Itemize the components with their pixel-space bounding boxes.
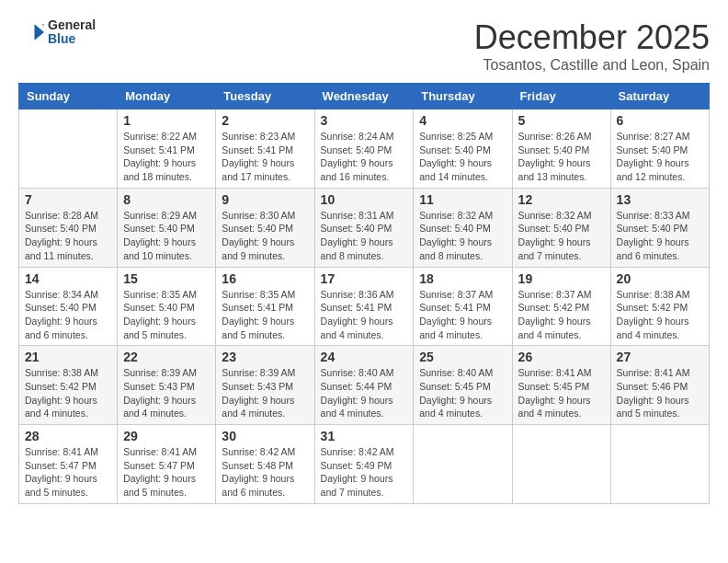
day-info: Sunrise: 8:37 AM Sunset: 5:41 PM Dayligh… <box>419 288 506 342</box>
logo-icon <box>18 19 44 45</box>
calendar-cell <box>512 425 610 504</box>
day-header-wednesday: Wednesday <box>314 84 414 109</box>
month-title: December 2025 <box>474 18 710 57</box>
day-number: 13 <box>617 192 703 207</box>
day-info: Sunrise: 8:31 AM Sunset: 5:40 PM Dayligh… <box>321 209 408 263</box>
day-info: Sunrise: 8:42 AM Sunset: 5:48 PM Dayligh… <box>222 445 308 500</box>
day-number: 8 <box>123 192 210 207</box>
calendar-cell: 26Sunrise: 8:41 AM Sunset: 5:45 PM Dayli… <box>512 346 610 425</box>
day-info: Sunrise: 8:37 AM Sunset: 5:42 PM Dayligh… <box>518 288 605 342</box>
calendar-cell: 21Sunrise: 8:38 AM Sunset: 5:42 PM Dayli… <box>19 346 118 425</box>
day-number: 28 <box>25 429 111 443</box>
calendar-cell: 8Sunrise: 8:29 AM Sunset: 5:40 PM Daylig… <box>118 188 216 267</box>
day-info: Sunrise: 8:41 AM Sunset: 5:45 PM Dayligh… <box>518 366 605 420</box>
calendar-cell: 12Sunrise: 8:32 AM Sunset: 5:40 PM Dayli… <box>512 188 610 267</box>
day-info: Sunrise: 8:39 AM Sunset: 5:43 PM Dayligh… <box>222 366 308 420</box>
day-number: 18 <box>419 271 506 286</box>
location-title: Tosantos, Castille and Leon, Spain <box>474 57 710 74</box>
calendar-cell: 2Sunrise: 8:23 AM Sunset: 5:41 PM Daylig… <box>216 109 314 189</box>
day-number: 20 <box>617 271 703 286</box>
day-info: Sunrise: 8:33 AM Sunset: 5:40 PM Dayligh… <box>617 209 703 263</box>
svg-marker-1 <box>41 25 45 28</box>
day-header-tuesday: Tuesday <box>216 84 314 109</box>
day-number: 11 <box>419 192 506 207</box>
day-number: 14 <box>25 271 111 286</box>
calendar-week-4: 28Sunrise: 8:41 AM Sunset: 5:47 PM Dayli… <box>19 425 710 504</box>
calendar-cell: 16Sunrise: 8:35 AM Sunset: 5:41 PM Dayli… <box>216 267 314 346</box>
calendar-cell <box>19 109 118 189</box>
day-info: Sunrise: 8:40 AM Sunset: 5:45 PM Dayligh… <box>419 366 506 420</box>
day-number: 21 <box>25 350 111 364</box>
day-number: 17 <box>321 271 408 286</box>
day-info: Sunrise: 8:27 AM Sunset: 5:40 PM Dayligh… <box>617 130 703 184</box>
calendar-cell: 20Sunrise: 8:38 AM Sunset: 5:42 PM Dayli… <box>610 267 709 346</box>
calendar-table: SundayMondayTuesdayWednesdayThursdayFrid… <box>18 83 710 504</box>
logo-general: General <box>48 18 96 32</box>
calendar-header-row: SundayMondayTuesdayWednesdayThursdayFrid… <box>19 84 710 109</box>
calendar-cell: 1Sunrise: 8:22 AM Sunset: 5:41 PM Daylig… <box>118 109 216 189</box>
day-info: Sunrise: 8:29 AM Sunset: 5:40 PM Dayligh… <box>123 209 210 263</box>
calendar-cell: 5Sunrise: 8:26 AM Sunset: 5:40 PM Daylig… <box>512 109 610 189</box>
calendar-cell: 24Sunrise: 8:40 AM Sunset: 5:44 PM Dayli… <box>314 346 414 425</box>
calendar-cell: 3Sunrise: 8:24 AM Sunset: 5:40 PM Daylig… <box>314 109 414 189</box>
day-info: Sunrise: 8:28 AM Sunset: 5:40 PM Dayligh… <box>25 209 111 263</box>
calendar-cell: 18Sunrise: 8:37 AM Sunset: 5:41 PM Dayli… <box>414 267 512 346</box>
day-info: Sunrise: 8:22 AM Sunset: 5:41 PM Dayligh… <box>123 130 210 184</box>
calendar-cell: 6Sunrise: 8:27 AM Sunset: 5:40 PM Daylig… <box>610 109 709 189</box>
day-number: 2 <box>222 113 308 128</box>
calendar-cell: 23Sunrise: 8:39 AM Sunset: 5:43 PM Dayli… <box>216 346 314 425</box>
calendar-week-2: 14Sunrise: 8:34 AM Sunset: 5:40 PM Dayli… <box>19 267 710 346</box>
day-number: 16 <box>222 271 308 286</box>
calendar-cell <box>414 425 512 504</box>
day-number: 6 <box>617 113 703 128</box>
calendar-cell: 19Sunrise: 8:37 AM Sunset: 5:42 PM Dayli… <box>512 267 610 346</box>
day-info: Sunrise: 8:36 AM Sunset: 5:41 PM Dayligh… <box>321 288 408 342</box>
day-info: Sunrise: 8:26 AM Sunset: 5:40 PM Dayligh… <box>518 130 605 184</box>
day-number: 15 <box>123 271 210 286</box>
header: General Blue December 2025 Tosantos, Cas… <box>18 18 710 74</box>
svg-marker-0 <box>35 25 45 41</box>
logo: General Blue <box>18 18 96 47</box>
day-number: 1 <box>123 113 210 128</box>
day-number: 27 <box>617 350 703 364</box>
day-number: 24 <box>321 350 408 364</box>
day-info: Sunrise: 8:23 AM Sunset: 5:41 PM Dayligh… <box>222 130 308 184</box>
day-info: Sunrise: 8:24 AM Sunset: 5:40 PM Dayligh… <box>321 130 408 184</box>
logo-blue: Blue <box>48 32 96 46</box>
calendar-week-3: 21Sunrise: 8:38 AM Sunset: 5:42 PM Dayli… <box>19 346 710 425</box>
day-info: Sunrise: 8:39 AM Sunset: 5:43 PM Dayligh… <box>123 366 210 420</box>
day-number: 12 <box>518 192 605 207</box>
day-number: 31 <box>321 429 408 443</box>
day-number: 30 <box>222 429 308 443</box>
calendar-cell: 30Sunrise: 8:42 AM Sunset: 5:48 PM Dayli… <box>216 425 314 504</box>
day-header-saturday: Saturday <box>610 84 709 109</box>
day-number: 10 <box>321 192 408 207</box>
calendar-cell: 13Sunrise: 8:33 AM Sunset: 5:40 PM Dayli… <box>610 188 709 267</box>
day-number: 9 <box>222 192 308 207</box>
day-info: Sunrise: 8:35 AM Sunset: 5:41 PM Dayligh… <box>222 288 308 342</box>
calendar-cell: 28Sunrise: 8:41 AM Sunset: 5:47 PM Dayli… <box>19 425 118 504</box>
calendar-cell: 15Sunrise: 8:35 AM Sunset: 5:40 PM Dayli… <box>118 267 216 346</box>
day-info: Sunrise: 8:41 AM Sunset: 5:47 PM Dayligh… <box>123 445 210 500</box>
calendar-week-0: 1Sunrise: 8:22 AM Sunset: 5:41 PM Daylig… <box>19 109 710 189</box>
page-container: General Blue December 2025 Tosantos, Cas… <box>18 18 710 504</box>
day-header-friday: Friday <box>512 84 610 109</box>
day-info: Sunrise: 8:32 AM Sunset: 5:40 PM Dayligh… <box>419 209 506 263</box>
day-number: 25 <box>419 350 506 364</box>
day-number: 29 <box>123 429 210 443</box>
day-number: 5 <box>518 113 605 128</box>
day-header-monday: Monday <box>118 84 216 109</box>
day-number: 7 <box>25 192 111 207</box>
calendar-cell: 7Sunrise: 8:28 AM Sunset: 5:40 PM Daylig… <box>19 188 118 267</box>
calendar-cell: 29Sunrise: 8:41 AM Sunset: 5:47 PM Dayli… <box>118 425 216 504</box>
calendar-cell: 11Sunrise: 8:32 AM Sunset: 5:40 PM Dayli… <box>414 188 512 267</box>
day-info: Sunrise: 8:30 AM Sunset: 5:40 PM Dayligh… <box>222 209 308 263</box>
day-number: 26 <box>518 350 605 364</box>
calendar-cell: 10Sunrise: 8:31 AM Sunset: 5:40 PM Dayli… <box>314 188 414 267</box>
day-header-thursday: Thursday <box>414 84 512 109</box>
calendar-cell: 31Sunrise: 8:42 AM Sunset: 5:49 PM Dayli… <box>314 425 414 504</box>
day-header-sunday: Sunday <box>19 84 118 109</box>
calendar-cell: 17Sunrise: 8:36 AM Sunset: 5:41 PM Dayli… <box>314 267 414 346</box>
day-info: Sunrise: 8:34 AM Sunset: 5:40 PM Dayligh… <box>25 288 111 342</box>
day-info: Sunrise: 8:40 AM Sunset: 5:44 PM Dayligh… <box>321 366 408 420</box>
